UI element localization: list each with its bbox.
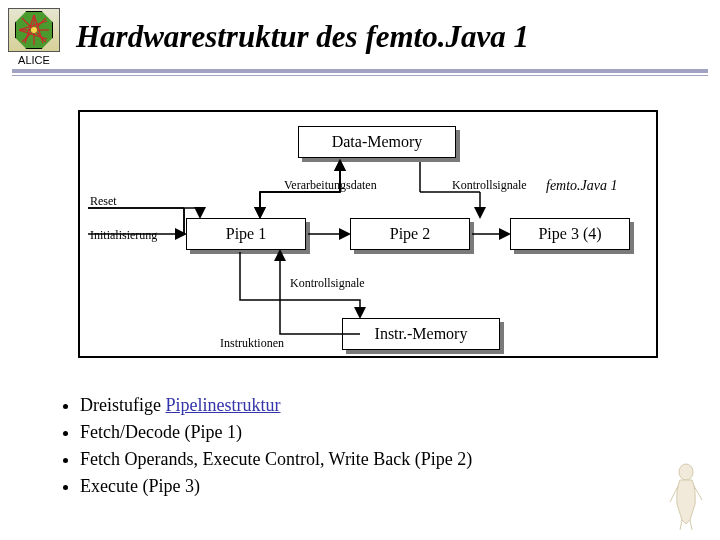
page-title: Hardwarestruktur des femto.Java 1 — [76, 19, 710, 55]
pipe2-box: Pipe 2 — [350, 218, 470, 250]
label-instruktionen: Instruktionen — [220, 336, 284, 351]
bullet-text: Fetch Operands, Execute Control, Write B… — [80, 449, 472, 469]
bullet-text: Dreistufige — [80, 395, 165, 415]
svg-line-31 — [690, 520, 692, 530]
svg-line-30 — [680, 520, 682, 530]
bullet-text: Execute (Pipe 3) — [80, 476, 200, 496]
list-item: Dreistufige Pipelinestruktur — [80, 392, 472, 419]
logo-label: ALICE — [18, 54, 50, 66]
list-item: Fetch/Decode (Pipe 1) — [80, 419, 472, 446]
label-reset: Reset — [90, 194, 117, 209]
label-verarbeitungsdaten: Verarbeitungsdaten — [284, 178, 377, 193]
logo: ALICE — [6, 8, 62, 66]
label-init: Initialisierung — [90, 228, 157, 243]
list-item: Fetch Operands, Execute Control, Write B… — [80, 446, 472, 473]
label-kontroll-bottom: Kontrollsignale — [290, 276, 365, 291]
data-memory-box: Data-Memory — [298, 126, 456, 158]
pipe3-box: Pipe 3 (4) — [510, 218, 630, 250]
label-femto: femto.Java 1 — [546, 178, 618, 194]
svg-point-27 — [679, 464, 693, 480]
label-kontroll-top: Kontrollsignale — [452, 178, 527, 193]
title-divider — [12, 69, 708, 76]
decorative-figure-icon — [662, 460, 710, 532]
bullet-text: Fetch/Decode (Pipe 1) — [80, 422, 242, 442]
logo-image — [8, 8, 60, 52]
architecture-diagram: Data-Memory Pipe 1 Pipe 2 Pipe 3 (4) Ins… — [78, 110, 658, 358]
bullet-list: Dreistufige Pipelinestruktur Fetch/Decod… — [62, 392, 472, 500]
pipe1-box: Pipe 1 — [186, 218, 306, 250]
svg-point-8 — [31, 27, 37, 33]
instr-memory-box: Instr.-Memory — [342, 318, 500, 350]
link-pipelinestruktur[interactable]: Pipelinestruktur — [165, 395, 280, 415]
header: ALICE Hardwarestruktur des femto.Java 1 — [0, 0, 720, 68]
list-item: Execute (Pipe 3) — [80, 473, 472, 500]
